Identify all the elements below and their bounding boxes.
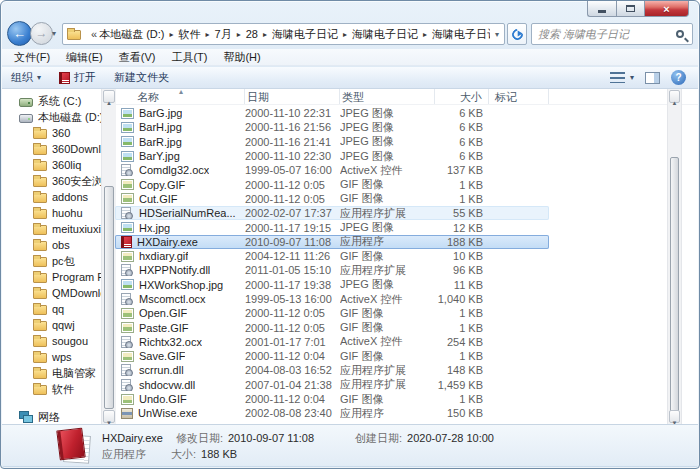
file-name: hxdiary.gif (139, 250, 188, 262)
file-name-cell: BarR.jpg (119, 136, 245, 148)
back-button[interactable]: ← (7, 21, 32, 46)
sidebar-item[interactable]: 本地磁盘 (D:) (2, 109, 101, 125)
scroll-up-icon[interactable] (103, 90, 115, 103)
file-type-icon (121, 164, 131, 176)
forward-button[interactable]: → (30, 22, 53, 45)
sidebar-item-label: 网络 (38, 410, 60, 425)
file-size: 12 KB (435, 222, 489, 234)
organize-button[interactable]: 组织 ▾ (2, 67, 50, 88)
address-dropdown-icon[interactable]: ▾ (495, 30, 499, 39)
search-icon[interactable] (676, 30, 684, 38)
file-list-scrollbar[interactable] (667, 89, 682, 424)
sidebar-item[interactable]: wps (2, 349, 101, 365)
file-name-cell: HXWorkShop.jpg (119, 279, 245, 291)
file-row[interactable]: Paste.GIF 2000-11-12 0:05 GIF 图像 1 KB (115, 320, 549, 334)
file-row[interactable]: Hx.jpg 2000-11-17 19:15 JPEG 图像 12 KB (115, 220, 549, 234)
column-header[interactable]: 日期 (245, 89, 340, 104)
breadcrumb-item[interactable]: ▸海啸电子日记 (258, 27, 338, 42)
file-row[interactable]: BarH.jpg 2000-11-16 21:56 JPEG 图像 6 KB (115, 120, 549, 134)
maximize-button[interactable] (616, 1, 644, 17)
file-row[interactable]: HDSerialNumRea... 2002-02-07 17:37 应用程序扩… (115, 206, 549, 220)
sidebar-item[interactable]: pc包 (2, 253, 101, 269)
breadcrumb-item[interactable]: ▸28 (232, 28, 258, 40)
new-folder-button[interactable]: 新建文件夹 (105, 67, 178, 88)
sidebar-item[interactable]: 360Downloads (2, 141, 101, 157)
scroll-down-icon[interactable] (669, 410, 680, 423)
sidebar-item[interactable]: meituxiuxiu (2, 221, 101, 237)
sidebar-scrollbar[interactable] (101, 89, 116, 424)
sidebar-item[interactable]: sougou (2, 333, 101, 349)
file-row[interactable]: shdocvw.dll 2007-01-04 21:38 应用程序扩展 1,45… (115, 378, 549, 392)
menu-item[interactable]: 帮助(H) (215, 50, 268, 65)
open-button[interactable]: 打开 (50, 67, 105, 88)
help-button[interactable]: ? (671, 70, 686, 85)
menu-item[interactable]: 工具(T) (163, 50, 215, 65)
sidebar-item-icon (33, 385, 47, 395)
breadcrumb-item[interactable]: ▸软件 (165, 27, 201, 42)
sidebar-item[interactable]: 系统 (C:) (2, 93, 101, 109)
breadcrumb-overflow-chevron[interactable]: « (91, 28, 97, 40)
scroll-down-icon[interactable] (103, 410, 115, 423)
minimize-button[interactable] (587, 1, 616, 17)
sidebar-item[interactable]: 网络 (2, 409, 101, 424)
column-header[interactable]: 大小 (435, 89, 489, 104)
change-view-button[interactable]: ▾ (610, 67, 634, 88)
column-header[interactable]: 类型 (340, 89, 435, 104)
sidebar-item[interactable]: addons (2, 189, 101, 205)
file-name-cell: Open.GIF (119, 307, 245, 319)
breadcrumb-item[interactable]: ▸7月 (201, 27, 232, 42)
sidebar-item[interactable]: qq (2, 301, 101, 317)
file-name-cell: UnWise.exe (119, 407, 245, 419)
column-header[interactable]: 名称 (119, 89, 245, 104)
file-name: Comdlg32.ocx (139, 164, 209, 176)
recent-pages-dropdown[interactable]: ▾ (52, 29, 56, 38)
file-row[interactable]: Save.GIF 2000-11-12 0:04 GIF 图像 1 KB (115, 349, 549, 363)
sidebar-item[interactable]: QMDownload (2, 285, 101, 301)
preview-pane-button[interactable] (645, 72, 660, 84)
sidebar-item-icon (19, 114, 33, 123)
breadcrumb-item[interactable]: ▸本地磁盘 (D:) (99, 27, 164, 42)
caption-buttons: × (587, 1, 689, 17)
sidebar-item[interactable]: 软件 (2, 381, 101, 397)
sidebar-item[interactable]: 360liq (2, 157, 101, 173)
file-row[interactable]: scrrun.dll 2004-08-03 16:52 应用程序扩展 148 K… (115, 363, 549, 377)
sidebar-item[interactable]: huohu (2, 205, 101, 221)
scrollbar-thumb[interactable] (670, 157, 679, 412)
sidebar-item[interactable]: 360安全浏览器 (2, 173, 101, 189)
file-row[interactable]: HXDairy.exe 2010-09-07 11:08 应用程序 188 KB (115, 235, 549, 249)
file-row[interactable]: Copy.GIF 2000-11-12 0:05 GIF 图像 1 KB (115, 177, 549, 191)
close-button[interactable]: × (644, 1, 689, 17)
file-row[interactable]: Cut.GIF 2000-11-12 0:05 GIF 图像 1 KB (115, 192, 549, 206)
file-row[interactable]: hxdiary.gif 2004-12-11 11:26 GIF 图像 10 K… (115, 249, 549, 263)
menu-item[interactable]: 查看(V) (111, 50, 164, 65)
sidebar-item[interactable]: obs (2, 237, 101, 253)
file-row[interactable]: Undo.GIF 2000-11-12 0:04 GIF 图像 1 KB (115, 392, 549, 406)
scroll-up-icon[interactable] (669, 90, 680, 103)
sidebar-item[interactable]: 电脑管家 (2, 365, 101, 381)
breadcrumb-item[interactable]: ▸海啸电子日记 (338, 27, 418, 42)
file-row[interactable]: Mscomctl.ocx 1999-05-13 16:00 ActiveX 控件… (115, 292, 549, 306)
file-row[interactable]: UnWise.exe 2002-08-08 23:40 应用程序 150 KB (115, 406, 549, 420)
file-row[interactable]: BarY.jpg 2000-11-10 22:30 JPEG 图像 6 KB (115, 149, 549, 163)
sidebar-item[interactable]: 360 (2, 125, 101, 141)
address-bar[interactable]: « ▸本地磁盘 (D:) ▸软件 ▸7月 ▸28 ▸海啸电子日记 ▸海啸电子日记… (62, 23, 505, 45)
file-row[interactable]: Open.GIF 2000-11-12 0:05 GIF 图像 1 KB (115, 306, 549, 320)
sidebar-item[interactable]: qqwj (2, 317, 101, 333)
sidebar-item[interactable]: Program Files (2, 269, 101, 285)
file-row[interactable]: HXPPNotify.dll 2011-01-05 15:10 应用程序扩展 9… (115, 263, 549, 277)
open-app-icon (59, 72, 70, 84)
refresh-button[interactable] (507, 23, 527, 45)
menu-item[interactable]: 编辑(E) (58, 50, 111, 65)
file-row[interactable]: Comdlg32.ocx 1999-05-07 16:00 ActiveX 控件… (115, 163, 549, 177)
column-header[interactable]: 标记 (489, 89, 549, 104)
search-input[interactable] (532, 28, 676, 40)
file-row[interactable]: HXWorkShop.jpg 2000-11-17 19:38 JPEG 图像 … (115, 278, 549, 292)
scrollbar-thumb[interactable] (104, 186, 114, 409)
file-row[interactable]: BarR.jpg 2000-11-16 21:41 JPEG 图像 6 KB (115, 135, 549, 149)
file-row[interactable]: Richtx32.ocx 2001-01-17 7:01 ActiveX 控件 … (115, 335, 549, 349)
file-type: JPEG 图像 (340, 220, 435, 235)
file-row[interactable]: BarG.jpg 2000-11-10 22:31 JPEG 图像 6 KB (115, 106, 549, 120)
file-date: 2011-01-05 15:10 (245, 264, 340, 276)
breadcrumb-item[interactable]: ▸海啸电子日记 (418, 27, 490, 42)
menu-item[interactable]: 文件(F) (6, 50, 58, 65)
